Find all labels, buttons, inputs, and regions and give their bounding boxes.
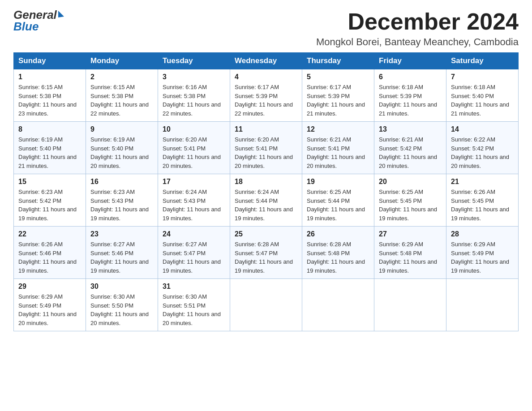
- day-number: 16: [90, 178, 153, 186]
- logo-general-label: General: [13, 9, 57, 21]
- day-number: 28: [451, 230, 514, 238]
- calendar-cell: 23Sunrise: 6:27 AMSunset: 5:46 PMDayligh…: [86, 227, 158, 279]
- calendar-week-row: 29Sunrise: 6:29 AMSunset: 5:49 PMDayligh…: [14, 279, 519, 331]
- day-info: Sunrise: 6:25 AMSunset: 5:44 PMDaylight:…: [307, 188, 369, 223]
- day-number: 29: [18, 283, 81, 291]
- calendar-week-row: 15Sunrise: 6:23 AMSunset: 5:42 PMDayligh…: [14, 174, 519, 227]
- calendar-cell: 21Sunrise: 6:26 AMSunset: 5:45 PMDayligh…: [446, 174, 519, 227]
- day-info: Sunrise: 6:16 AMSunset: 5:38 PMDaylight:…: [163, 83, 225, 118]
- calendar-header-row: SundayMondayTuesdayWednesdayThursdayFrid…: [14, 53, 519, 69]
- day-info: Sunrise: 6:17 AMSunset: 5:39 PMDaylight:…: [307, 83, 369, 118]
- calendar-cell: 3Sunrise: 6:16 AMSunset: 5:38 PMDaylight…: [158, 69, 230, 122]
- calendar-cell: 31Sunrise: 6:30 AMSunset: 5:51 PMDayligh…: [158, 279, 230, 331]
- day-info: Sunrise: 6:26 AMSunset: 5:45 PMDaylight:…: [451, 188, 514, 223]
- calendar-cell: 9Sunrise: 6:19 AMSunset: 5:40 PMDaylight…: [86, 122, 158, 174]
- day-info: Sunrise: 6:20 AMSunset: 5:41 PMDaylight:…: [163, 135, 225, 170]
- calendar-cell: [374, 279, 446, 331]
- calendar-cell: 27Sunrise: 6:29 AMSunset: 5:48 PMDayligh…: [374, 227, 446, 279]
- title-section: December 2024 Mongkol Borei, Banteay Mea…: [316, 9, 519, 48]
- calendar-cell: 17Sunrise: 6:24 AMSunset: 5:43 PMDayligh…: [158, 174, 230, 227]
- calendar-week-row: 1Sunrise: 6:15 AMSunset: 5:38 PMDaylight…: [14, 69, 519, 122]
- day-info: Sunrise: 6:24 AMSunset: 5:43 PMDaylight:…: [163, 188, 225, 223]
- calendar-cell: 16Sunrise: 6:23 AMSunset: 5:43 PMDayligh…: [86, 174, 158, 227]
- day-number: 7: [451, 73, 514, 81]
- location-title: Mongkol Borei, Banteay Meanchey, Cambodi…: [316, 36, 519, 48]
- calendar-cell: 30Sunrise: 6:30 AMSunset: 5:50 PMDayligh…: [86, 279, 158, 331]
- day-info: Sunrise: 6:21 AMSunset: 5:41 PMDaylight:…: [307, 135, 369, 170]
- day-number: 3: [163, 73, 225, 81]
- calendar-week-row: 8Sunrise: 6:19 AMSunset: 5:40 PMDaylight…: [14, 122, 519, 174]
- calendar-week-row: 22Sunrise: 6:26 AMSunset: 5:46 PMDayligh…: [14, 227, 519, 279]
- day-number: 20: [379, 178, 442, 186]
- day-info: Sunrise: 6:29 AMSunset: 5:49 PMDaylight:…: [18, 292, 81, 327]
- calendar-cell: [446, 279, 519, 331]
- day-number: 15: [18, 178, 81, 186]
- logo: General Blue: [13, 9, 64, 32]
- day-number: 9: [90, 125, 153, 133]
- calendar-cell: 6Sunrise: 6:18 AMSunset: 5:39 PMDaylight…: [374, 69, 446, 122]
- day-number: 4: [235, 73, 297, 81]
- col-header-sunday: Sunday: [14, 53, 86, 69]
- day-number: 30: [90, 283, 153, 291]
- day-info: Sunrise: 6:30 AMSunset: 5:50 PMDaylight:…: [90, 292, 153, 327]
- day-number: 13: [379, 125, 442, 133]
- day-info: Sunrise: 6:29 AMSunset: 5:48 PMDaylight:…: [379, 240, 442, 275]
- calendar-cell: 5Sunrise: 6:17 AMSunset: 5:39 PMDaylight…: [302, 69, 374, 122]
- day-info: Sunrise: 6:21 AMSunset: 5:42 PMDaylight:…: [379, 135, 442, 170]
- day-info: Sunrise: 6:28 AMSunset: 5:47 PMDaylight:…: [235, 240, 297, 275]
- calendar-cell: 11Sunrise: 6:20 AMSunset: 5:41 PMDayligh…: [230, 122, 302, 174]
- day-number: 31: [163, 283, 225, 291]
- calendar-cell: 25Sunrise: 6:28 AMSunset: 5:47 PMDayligh…: [230, 227, 302, 279]
- col-header-saturday: Saturday: [446, 53, 519, 69]
- day-info: Sunrise: 6:17 AMSunset: 5:39 PMDaylight:…: [235, 83, 297, 118]
- day-info: Sunrise: 6:18 AMSunset: 5:39 PMDaylight:…: [379, 83, 442, 118]
- page-header: General Blue December 2024 Mongkol Borei…: [13, 9, 519, 48]
- day-number: 6: [379, 73, 442, 81]
- day-info: Sunrise: 6:26 AMSunset: 5:46 PMDaylight:…: [18, 240, 81, 275]
- calendar-cell: 8Sunrise: 6:19 AMSunset: 5:40 PMDaylight…: [14, 122, 86, 174]
- calendar-cell: 26Sunrise: 6:28 AMSunset: 5:48 PMDayligh…: [302, 227, 374, 279]
- day-number: 21: [451, 178, 514, 186]
- day-number: 26: [307, 230, 369, 238]
- day-info: Sunrise: 6:19 AMSunset: 5:40 PMDaylight:…: [18, 135, 81, 170]
- day-number: 1: [18, 73, 81, 81]
- calendar-cell: 12Sunrise: 6:21 AMSunset: 5:41 PMDayligh…: [302, 122, 374, 174]
- logo-general-text: General: [13, 9, 64, 21]
- col-header-wednesday: Wednesday: [230, 53, 302, 69]
- calendar-cell: 1Sunrise: 6:15 AMSunset: 5:38 PMDaylight…: [14, 69, 86, 122]
- day-number: 8: [18, 125, 81, 133]
- month-title: December 2024: [316, 9, 519, 34]
- day-number: 5: [307, 73, 369, 81]
- day-info: Sunrise: 6:27 AMSunset: 5:47 PMDaylight:…: [163, 240, 225, 275]
- calendar-cell: 7Sunrise: 6:18 AMSunset: 5:40 PMDaylight…: [446, 69, 519, 122]
- day-number: 27: [379, 230, 442, 238]
- day-info: Sunrise: 6:15 AMSunset: 5:38 PMDaylight:…: [90, 83, 153, 118]
- calendar-cell: 15Sunrise: 6:23 AMSunset: 5:42 PMDayligh…: [14, 174, 86, 227]
- day-number: 23: [90, 230, 153, 238]
- day-number: 25: [235, 230, 297, 238]
- day-number: 2: [90, 73, 153, 81]
- day-number: 24: [163, 230, 225, 238]
- day-info: Sunrise: 6:25 AMSunset: 5:45 PMDaylight:…: [379, 188, 442, 223]
- day-number: 12: [307, 125, 369, 133]
- calendar-cell: 28Sunrise: 6:29 AMSunset: 5:49 PMDayligh…: [446, 227, 519, 279]
- calendar-cell: 20Sunrise: 6:25 AMSunset: 5:45 PMDayligh…: [374, 174, 446, 227]
- calendar-table: SundayMondayTuesdayWednesdayThursdayFrid…: [13, 52, 519, 331]
- calendar-cell: 29Sunrise: 6:29 AMSunset: 5:49 PMDayligh…: [14, 279, 86, 331]
- calendar-cell: 24Sunrise: 6:27 AMSunset: 5:47 PMDayligh…: [158, 227, 230, 279]
- logo-blue-text: Blue: [13, 21, 64, 32]
- day-number: 14: [451, 125, 514, 133]
- calendar-cell: [302, 279, 374, 331]
- calendar-cell: 2Sunrise: 6:15 AMSunset: 5:38 PMDaylight…: [86, 69, 158, 122]
- col-header-monday: Monday: [86, 53, 158, 69]
- day-info: Sunrise: 6:28 AMSunset: 5:48 PMDaylight:…: [307, 240, 369, 275]
- day-number: 17: [163, 178, 225, 186]
- calendar-cell: 4Sunrise: 6:17 AMSunset: 5:39 PMDaylight…: [230, 69, 302, 122]
- day-info: Sunrise: 6:18 AMSunset: 5:40 PMDaylight:…: [451, 83, 514, 118]
- day-info: Sunrise: 6:20 AMSunset: 5:41 PMDaylight:…: [235, 135, 297, 170]
- day-info: Sunrise: 6:23 AMSunset: 5:42 PMDaylight:…: [18, 188, 81, 223]
- col-header-tuesday: Tuesday: [158, 53, 230, 69]
- day-info: Sunrise: 6:22 AMSunset: 5:42 PMDaylight:…: [451, 135, 514, 170]
- calendar-cell: 19Sunrise: 6:25 AMSunset: 5:44 PMDayligh…: [302, 174, 374, 227]
- day-number: 22: [18, 230, 81, 238]
